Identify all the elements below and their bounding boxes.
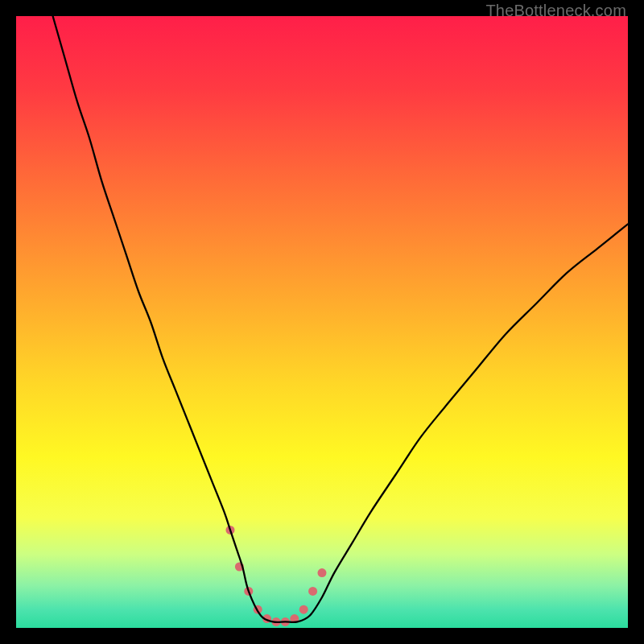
- marker-dot: [299, 605, 308, 614]
- watermark-text: TheBottleneck.com: [485, 2, 626, 20]
- plot-area: [16, 16, 628, 628]
- marker-dot: [318, 568, 327, 577]
- marker-dot: [308, 587, 317, 596]
- curve-layer: [16, 16, 628, 628]
- bottleneck-curve: [53, 16, 628, 622]
- optimal-zone-marker: [226, 526, 327, 626]
- chart-frame: TheBottleneck.com: [0, 0, 644, 644]
